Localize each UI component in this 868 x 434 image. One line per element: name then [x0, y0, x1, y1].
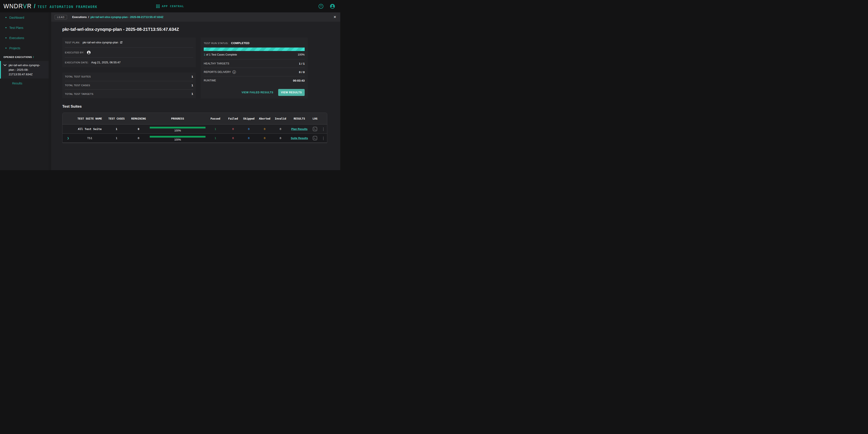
bullet-icon: [5, 17, 6, 18]
summary-cards: TEST PLAN: pkr-taf-wrl-xlnx-zynqmp-plan …: [62, 37, 340, 98]
lead-badge: LEAD: [55, 15, 67, 19]
logo-slash: /: [34, 3, 35, 9]
suite-name: All Test Suite: [74, 127, 106, 131]
test-plan-details-card: TEST PLAN: pkr-taf-wrl-xlnx-zynqmp-plan …: [62, 37, 196, 67]
table-row-all-test-suite: All Test Suite 1 0 100% 1 0 0 0 0 Plan R…: [62, 124, 327, 133]
bullet-icon: [5, 48, 6, 49]
opened-executions-section-label: OPENED EXECUTIONS /: [0, 55, 49, 60]
breadcrumb-executions[interactable]: Executions: [72, 16, 87, 19]
test-run-status-label: TEST RUN STATUS:: [204, 42, 228, 44]
invalid-count: 0: [273, 136, 288, 140]
chevron-down-icon: [3, 64, 6, 66]
suite-name: TS1: [74, 136, 106, 140]
view-failed-results-button[interactable]: VIEW FAILED RESULTS: [242, 91, 273, 94]
brand: WNDRVR / TEST AUTOMATION FRAMEWORK: [0, 3, 97, 9]
invalid-count: 0: [273, 127, 288, 131]
remaining-count: 0: [127, 127, 150, 131]
breadcrumb: Executions / pkr-taf-wrl-xlnx-zynqmp-pla…: [72, 16, 163, 19]
user-avatar-icon[interactable]: [330, 4, 335, 9]
passed-count: 1: [206, 136, 225, 140]
total-test-targets-row: TOTAL TEST TARGETS 1: [65, 90, 193, 98]
execution-panel: pkr-taf-wrl-xlnx-zynqmp-plan - 2025-08-2…: [51, 22, 340, 170]
execution-date-row: EXECUTION DATE: Aug 21, 2025, 06:55:47: [65, 58, 193, 67]
test-run-status-row: TEST RUN STATUS: COMPLETED: [204, 41, 305, 45]
execution-date-label: EXECUTION DATE:: [65, 61, 89, 64]
test-cases-count: 1: [106, 127, 127, 131]
app-window: WNDRVR / TEST AUTOMATION FRAMEWORK APP C…: [0, 0, 340, 170]
skipped-count: 0: [241, 127, 257, 131]
suite-progress-bar: [150, 127, 206, 128]
top-bar: WNDRVR / TEST AUTOMATION FRAMEWORK APP C…: [0, 0, 340, 12]
table-header-row: TEST SUITE NAME TEST CASES REMAINING PRO…: [62, 113, 327, 124]
opened-execution-label: pkr-taf-wrl-xlnx-zynqmp-plan - 2025-08-2…: [9, 63, 45, 76]
executed-by-row: EXECUTED BY:: [65, 48, 193, 58]
aborted-count: 0: [257, 127, 273, 131]
page-title: pkr-taf-wrl-xlnx-zynqmp-plan - 2025-08-2…: [62, 27, 340, 32]
app-title: TEST AUTOMATION FRAMEWORK: [37, 5, 97, 9]
breadcrumb-separator: /: [88, 16, 89, 19]
test-plan-value: pkr-taf-wrl-xlnx-zynqmp-plan: [83, 41, 123, 44]
skipped-count: 0: [241, 136, 257, 140]
suite-progress-bar: [150, 136, 206, 137]
test-cases-count: 1: [106, 136, 127, 140]
test-suites-table: TEST SUITE NAME TEST CASES REMAINING PRO…: [62, 113, 327, 143]
total-test-cases-row: TOTAL TEST CASES 1: [65, 81, 193, 90]
test-plan-row: TEST PLAN: pkr-taf-wrl-xlnx-zynqmp-plan: [65, 37, 193, 48]
executed-by-label: EXECUTED BY:: [65, 51, 84, 54]
top-bar-actions: ?: [318, 4, 340, 9]
sidebar-item-dashboard[interactable]: Dashboard: [0, 12, 49, 23]
failed-count: 0: [225, 127, 241, 131]
info-icon[interactable]: i: [232, 70, 236, 74]
progress-percent: 100%: [298, 53, 305, 56]
sidebar-item-executions[interactable]: Executions: [0, 33, 49, 43]
bullet-icon: [5, 37, 6, 38]
remaining-count: 0: [127, 136, 150, 140]
terminal-log-icon[interactable]: >_: [313, 136, 317, 140]
app-central-label: APP CENTRAL: [162, 5, 184, 8]
progress-meta: 1 of 1 Test Cases Complete 100%: [204, 53, 305, 56]
close-icon[interactable]: ✕: [334, 16, 336, 19]
totals-card: TOTAL TEST SUITES 1 TOTAL TEST CASES 1 T…: [62, 72, 196, 98]
grid-icon: [156, 5, 160, 8]
failed-count: 0: [225, 136, 241, 140]
kebab-menu-icon[interactable]: ⋮: [321, 127, 325, 131]
test-plan-label: TEST PLAN:: [65, 41, 80, 44]
external-link-icon[interactable]: [120, 41, 123, 44]
help-icon[interactable]: ?: [318, 4, 323, 9]
suite-results-link[interactable]: Suite Results: [291, 137, 308, 140]
runtime-row: RUNTIME 00:03:43: [204, 76, 305, 85]
person-icon: [87, 51, 91, 55]
bullet-icon: [5, 27, 6, 28]
passed-count: 1: [206, 127, 225, 131]
sidebar-item-test-plans[interactable]: Test Plans: [0, 23, 49, 33]
test-run-status-card: TEST RUN STATUS: COMPLETED 1 of 1 Test C…: [201, 37, 308, 98]
content-area: LEAD Executions / pkr-taf-wrl-xlnx-zynqm…: [49, 12, 340, 170]
view-results-button[interactable]: VIEW RESULTS: [278, 89, 305, 96]
test-run-status-value: COMPLETED: [231, 41, 250, 45]
expand-row-icon[interactable]: ❯: [67, 136, 69, 140]
breadcrumb-bar: LEAD Executions / pkr-taf-wrl-xlnx-zynqm…: [51, 12, 340, 22]
terminal-log-icon[interactable]: >_: [313, 127, 317, 131]
run-progress-bar: [204, 48, 305, 51]
wndrvr-logo: WNDRVR: [3, 3, 32, 10]
sidebar-item-projects[interactable]: Projects: [0, 43, 49, 53]
app-central-button[interactable]: APP CENTRAL: [156, 0, 184, 12]
suite-progress: 100%: [150, 134, 206, 143]
healthy-targets-row: HEALTHY TARGETS 1 / 1: [204, 59, 305, 68]
aborted-count: 0: [257, 136, 273, 140]
test-suites-heading: Test Suites: [62, 104, 340, 109]
plan-results-link[interactable]: Plan Results: [291, 128, 308, 131]
reports-delivery-row: REPORTS DELIVERY i 0 / 0: [204, 68, 305, 76]
status-actions: VIEW FAILED RESULTS VIEW RESULTS: [204, 89, 305, 96]
suite-progress: 100%: [150, 125, 206, 133]
kebab-menu-icon[interactable]: ⋮: [321, 136, 325, 141]
table-row-ts1: ❯ TS1 1 0 100% 1 0 0 0 0 Suite Results >…: [62, 133, 327, 143]
total-test-suites-row: TOTAL TEST SUITES 1: [65, 72, 193, 81]
breadcrumb-current[interactable]: pkr-taf-wrl-xlnx-zynqmp-plan - 2025-08-2…: [91, 16, 163, 19]
execution-date-value: Aug 21, 2025, 06:55:47: [91, 61, 120, 64]
opened-execution-item[interactable]: pkr-taf-wrl-xlnx-zynqmp-plan - 2025-08-2…: [0, 61, 49, 79]
sidebar-item-results[interactable]: Results: [0, 79, 49, 88]
sidebar: Dashboard Test Plans Executions Projects…: [0, 12, 49, 170]
